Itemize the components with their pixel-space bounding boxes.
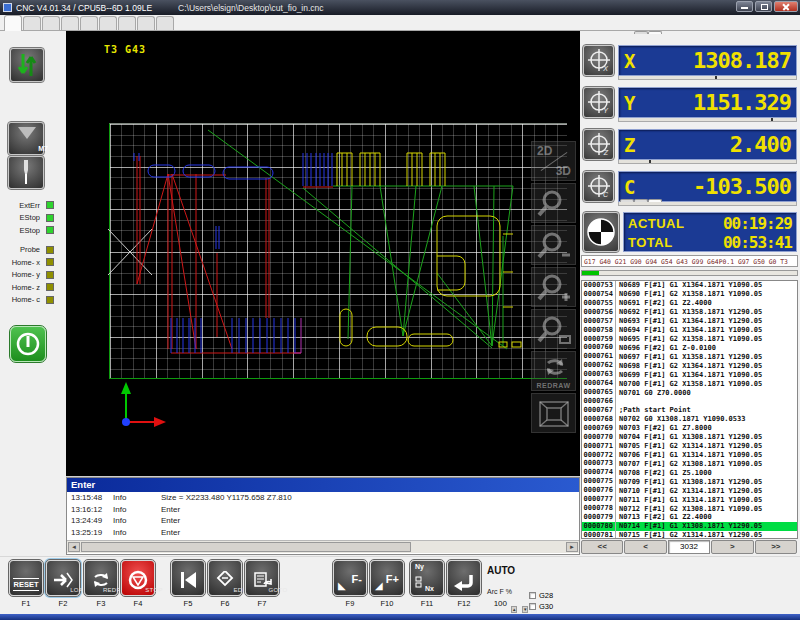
view-2d3d-button[interactable]: 2D3D xyxy=(531,141,576,181)
gcode-line[interactable]: 0000776 N0710 F[#1] G2 X1314.1871 Y1290.… xyxy=(582,486,797,495)
gcode-line[interactable]: 0000768 N0702 G0 X1308.1871 Y1090.0533 xyxy=(582,415,797,424)
coolant-m7-button[interactable]: M7 xyxy=(8,122,44,155)
log-row: 13:16:12 Info Enter xyxy=(67,504,579,516)
axis-zero-button[interactable]: Z xyxy=(583,129,614,160)
gcode-line[interactable]: 0000772 N0706 F[#1] G1 X1314.1871 Y1090.… xyxy=(582,451,797,460)
close-button[interactable] xyxy=(774,1,798,12)
gcode-line[interactable]: 0000765 N0701 G0 Z70.0000 xyxy=(582,388,797,397)
page-first-button[interactable]: << xyxy=(581,540,623,554)
gcode-line[interactable]: 0000767 ;Path start Point xyxy=(582,406,797,415)
redraw-button[interactable]: REDRAW xyxy=(84,560,118,596)
menu-tab[interactable] xyxy=(137,16,155,30)
axis-triad xyxy=(106,376,196,446)
axis-zero-button[interactable]: X xyxy=(583,45,614,76)
gcode-line[interactable]: 0000754 N0690 F[#1] G2 X1358.1871 Y1090.… xyxy=(582,290,797,299)
maximize-button[interactable] xyxy=(755,1,772,12)
zoom-extents-button[interactable] xyxy=(531,183,576,223)
zoom-window-button[interactable] xyxy=(531,309,576,349)
rewind-button[interactable] xyxy=(171,560,205,596)
stop-button[interactable]: STOP xyxy=(121,560,155,596)
scroll-left-arrow[interactable]: ◄ xyxy=(68,542,80,552)
spin-up-icon[interactable]: ▲ xyxy=(511,606,517,613)
gcode-line[interactable]: 0000781 N0715 F[#1] G2 X1314.1871 Y1290.… xyxy=(582,531,797,539)
window-title: CNC V4.01.34 / CPU5B--6D 1.09LE xyxy=(16,3,152,13)
datum-button[interactable] xyxy=(583,212,619,252)
axis-scale xyxy=(618,118,797,122)
info-tab[interactable] xyxy=(648,199,662,202)
gcode-line[interactable]: 0000766 xyxy=(582,397,797,406)
axis-zero-button[interactable]: C xyxy=(583,171,614,202)
gcode-line[interactable]: 0000759 N0695 F[#1] G2 X1358.1871 Y1090.… xyxy=(582,335,797,344)
edit-button[interactable]: EDIT xyxy=(208,560,242,596)
g28-checkbox[interactable] xyxy=(529,592,536,599)
gcode-line[interactable]: 0000770 N0704 F[#1] G1 X1308.1871 Y1290.… xyxy=(582,433,797,442)
gcode-line[interactable]: 0000773 N0707 F[#1] G2 X1308.1871 Y1090.… xyxy=(582,459,797,468)
arc-feed-value[interactable]: 100 xyxy=(489,599,507,608)
gcode-line[interactable]: 0000775 N0709 F[#1] G1 X1308.1871 Y1290.… xyxy=(582,477,797,486)
canvas-redraw-button[interactable]: REDRAW xyxy=(531,351,576,391)
axis-zero-button[interactable]: Y xyxy=(583,87,614,118)
gcode-line[interactable]: 0000778 N0712 F[#1] G2 X1308.1871 Y1090.… xyxy=(582,504,797,513)
power-start-button[interactable] xyxy=(10,326,46,362)
led-indicator xyxy=(46,226,54,234)
menu-tab[interactable] xyxy=(42,16,60,30)
load-button[interactable]: LOAD xyxy=(46,560,80,596)
menu-tab[interactable] xyxy=(61,16,79,30)
menu-tab[interactable] xyxy=(23,16,41,30)
minimize-button[interactable] xyxy=(736,1,753,12)
feed-plus-button[interactable]: F+ ◢ xyxy=(370,560,404,596)
page-number-field[interactable]: 3032 xyxy=(668,540,710,554)
menu-tab[interactable] xyxy=(99,16,117,30)
zoom-out-button[interactable] xyxy=(531,225,576,265)
log-horizontal-scrollbar[interactable]: ◄ ► xyxy=(67,540,579,553)
gcode-line[interactable]: 0000758 N0694 F[#1] G1 X1364.1871 Y1090.… xyxy=(582,326,797,335)
info-tab[interactable] xyxy=(634,199,648,202)
zoom-in-button[interactable] xyxy=(531,267,576,307)
scroll-right-arrow[interactable]: ► xyxy=(566,542,578,552)
refresh-icon xyxy=(536,355,572,381)
g30-checkbox[interactable] xyxy=(529,603,536,610)
coordinate-tab[interactable] xyxy=(648,31,662,34)
log-row: 13:25:19 Info Enter xyxy=(67,527,579,539)
menu-tab[interactable] xyxy=(80,16,98,30)
title-bar: CNC V4.01.34 / CPU5B--6D 1.09LE C:\Users… xyxy=(0,0,800,15)
g30-option: G30 xyxy=(526,602,553,611)
skip-to-start-icon xyxy=(177,568,199,592)
undo-button[interactable] xyxy=(447,560,481,596)
page-prev-button[interactable]: < xyxy=(624,540,666,554)
gcode-line[interactable]: 0000774 N0708 F[#2] G1 Z5.1000 xyxy=(582,468,797,477)
axis-scale xyxy=(618,160,797,164)
gcode-line[interactable]: 0000761 N0697 F[#1] G1 X1358.1871 Y1290.… xyxy=(582,352,797,361)
gcode-line[interactable]: 0000769 N0703 F[#2] G1 Z7.8000 xyxy=(582,424,797,433)
page-last-button[interactable]: >> xyxy=(755,540,797,554)
gcode-line[interactable]: 0000755 N0691 F[#2] G1 Z2.4000 xyxy=(582,299,797,308)
block-number-button[interactable]: Ny Nx xyxy=(410,560,444,596)
spindle-tool-button[interactable] xyxy=(8,156,44,189)
feed-minus-button[interactable]: F- ◣ xyxy=(333,560,367,596)
menu-tab[interactable] xyxy=(118,16,136,30)
tool-change-button[interactable] xyxy=(10,48,44,82)
led-indicator xyxy=(46,214,54,222)
gcode-line[interactable]: 0000764 N0700 F[#1] G2 X1358.1871 Y1090.… xyxy=(582,379,797,388)
gcode-line[interactable]: 0000763 N0699 F[#1] G1 X1364.1871 Y1090.… xyxy=(582,370,797,379)
gcode-line[interactable]: 0000777 N0711 F[#1] G1 X1314.1871 Y1090.… xyxy=(582,495,797,504)
gcode-line[interactable]: 0000757 N0693 F[#1] G1 X1364.1871 Y1290.… xyxy=(582,317,797,326)
scrollbar-thumb[interactable] xyxy=(81,542,411,552)
gcode-line[interactable]: 0000771 N0705 F[#1] G2 X1314.1871 Y1290.… xyxy=(582,442,797,451)
gcode-line[interactable]: 0000760 N0696 F[#2] G1 Z-0.0100 xyxy=(582,343,797,352)
info-tab[interactable] xyxy=(620,199,634,202)
toolpath-canvas[interactable]: T3 G43 2D3D xyxy=(66,31,580,477)
gcode-line[interactable]: 0000753 N0689 F[#1] G1 X1364.1871 Y1090.… xyxy=(582,281,797,290)
goto-button[interactable]: GOTO xyxy=(245,560,279,596)
gcode-line[interactable]: 0000780 N0714 F[#1] G1 X1308.1871 Y1290.… xyxy=(582,522,797,531)
arc-feed-label: Arc F % xyxy=(487,588,512,595)
menu-tab[interactable] xyxy=(156,16,174,30)
gcode-line[interactable]: 0000762 N0698 F[#1] G2 X1364.1871 Y1290.… xyxy=(582,361,797,370)
gcode-line[interactable]: 0000779 N0713 F[#2] G1 Z2.4000 xyxy=(582,513,797,522)
coordinate-tab[interactable] xyxy=(634,31,648,34)
gcode-line[interactable]: 0000756 N0692 F[#1] G1 X1358.1871 Y1290.… xyxy=(582,308,797,317)
menu-tab[interactable] xyxy=(4,15,22,31)
reset-button[interactable]: RESET xyxy=(9,560,43,596)
perspective-view-button[interactable] xyxy=(531,393,576,433)
page-next-button[interactable]: > xyxy=(711,540,753,554)
